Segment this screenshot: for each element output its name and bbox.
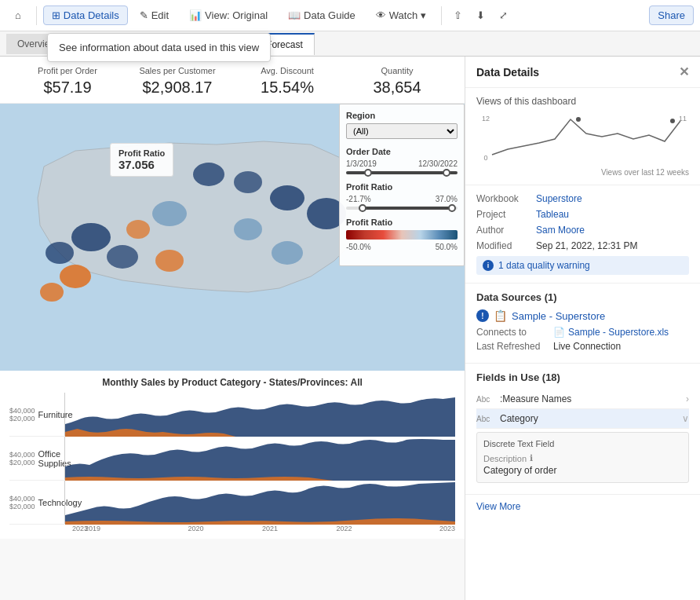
order-date-filter: Order Date 1/3/2019 12/30/2022 — [346, 147, 458, 174]
svg-point-12 — [152, 201, 187, 226]
main-layout: Profit per Order $57.19 Sales per Custom… — [0, 57, 700, 600]
color-legend-bar — [346, 230, 458, 240]
source-last-refreshed: Last Refreshed Live Connection — [476, 341, 689, 352]
meta-section: Workbook Superstore Project Tableau Auth… — [465, 185, 700, 284]
field-chevron-right: › — [686, 393, 689, 404]
right-panel-header: Data Details ✕ — [465, 57, 700, 88]
chart-rows: $40,000 $20,000 Furniture — [9, 393, 455, 525]
kpi-row: Profit per Order $57.19 Sales per Custom… — [0, 57, 465, 104]
kpi-avg-discount: Avg. Discount 15.54% — [232, 66, 342, 97]
toolbar: ⌂ ⊞ Data Details ✎ Edit 📊 View: Original… — [0, 0, 700, 31]
svg-point-4 — [270, 185, 304, 210]
source-warning-icon: ! — [476, 309, 489, 322]
send-button[interactable]: ⇧ — [448, 5, 468, 25]
region-select[interactable]: (All) — [346, 123, 458, 139]
fields-section: Fields in Use (18) Abc :Measure Names › … — [465, 364, 700, 495]
svg-point-10 — [155, 250, 184, 272]
fullscreen-button[interactable]: ⤢ — [494, 5, 513, 25]
svg-point-5 — [234, 171, 262, 193]
data-quality-warning[interactable]: i 1 data quality warning — [476, 256, 689, 275]
svg-point-8 — [60, 265, 91, 288]
field-row-category[interactable]: Abc Category ∨ — [476, 409, 689, 429]
connects-to-link[interactable]: 📄 Sample - Superstore.xls — [553, 327, 669, 338]
eye-icon: 👁 — [376, 9, 386, 21]
svg-point-9 — [40, 283, 64, 302]
toolbar-divider-2 — [441, 6, 442, 25]
profit-slider-left-handle[interactable] — [359, 204, 366, 212]
watch-dropdown-icon: ▾ — [421, 9, 426, 21]
profit-ratio-color-filter: Profit Ratio -50.0% 50.0% — [346, 218, 458, 251]
svg-text:0: 0 — [483, 154, 487, 162]
chart-row-furniture: $40,000 $20,000 Furniture — [9, 393, 455, 437]
edit-icon: ✎ — [140, 9, 148, 21]
desc-info-icon: ℹ — [530, 453, 533, 463]
meta-workbook: Workbook Superstore — [476, 193, 689, 204]
workbook-link[interactable]: Superstore — [536, 193, 582, 204]
file-icon: 📄 — [553, 327, 565, 338]
close-button[interactable]: ✕ — [679, 64, 689, 79]
book-icon: 📖 — [288, 9, 301, 21]
profit-ratio-filter: Profit Ratio -21.7% 37.0% — [346, 182, 458, 210]
meta-project: Project Tableau — [476, 209, 689, 220]
source-item: ! 📋 Sample - Superstore — [476, 309, 689, 322]
data-guide-button[interactable]: 📖 Data Guide — [279, 5, 364, 25]
filter-panel: Region (All) Order Date 1/3/2019 12/30/2… — [339, 104, 465, 266]
home-icon: ⌂ — [15, 9, 21, 21]
kpi-sales-per-customer: Sales per Customer $2,908.17 — [122, 66, 232, 97]
view-original-button[interactable]: 📊 View: Original — [180, 5, 276, 25]
field-row-measure-names[interactable]: Abc :Measure Names › — [476, 390, 689, 409]
view-more-link[interactable]: View More — [465, 495, 700, 518]
svg-point-14 — [272, 241, 303, 265]
svg-point-1 — [71, 223, 111, 251]
svg-point-11 — [126, 220, 150, 239]
svg-text:12: 12 — [482, 115, 490, 123]
chart-row-technology: $40,000 $20,000 Technology — [9, 481, 455, 525]
tooltip-popup: See information about data used in this … — [47, 33, 271, 62]
svg-point-6 — [193, 163, 224, 186]
svg-point-18 — [576, 117, 581, 122]
left-panel: Profit per Order $57.19 Sales per Custom… — [0, 57, 465, 600]
chart-year-labels: 2023 2019 2020 2021 2022 2023 — [9, 525, 455, 532]
map-area[interactable]: Profit Ratio 37.056 Region (All) Order D… — [0, 104, 465, 371]
svg-point-2 — [107, 245, 138, 269]
data-details-icon: ⊞ — [52, 9, 60, 21]
date-slider-left-handle[interactable] — [364, 169, 372, 177]
home-button[interactable]: ⌂ — [6, 5, 30, 25]
share-button[interactable]: Share — [649, 5, 694, 25]
chart-icon: 📊 — [189, 9, 202, 21]
data-sources-section: Data Sources (1) ! 📋 Sample - Superstore… — [465, 284, 700, 364]
order-date-slider[interactable] — [346, 171, 458, 174]
chart-area: Monthly Sales by Product Category - Stat… — [0, 371, 465, 539]
meta-author: Author Sam Moore — [476, 225, 689, 236]
profit-ratio-slider[interactable] — [346, 207, 458, 210]
kpi-quantity: Quantity 38,654 — [342, 66, 452, 97]
download-button[interactable]: ⬇ — [471, 5, 490, 25]
source-name-link[interactable]: Sample - Superstore — [512, 310, 605, 322]
source-connects-to: Connects to 📄 Sample - Superstore.xls — [476, 327, 689, 338]
svg-point-3 — [46, 242, 74, 264]
project-link[interactable]: Tableau — [536, 209, 569, 220]
source-file-icon: 📋 — [494, 309, 507, 322]
views-section: Views of this dashboard 12 0 11 Views ov… — [465, 88, 700, 185]
region-filter: Region (All) — [346, 111, 458, 139]
meta-modified: Modified Sep 21, 2022, 12:31 PM — [476, 240, 689, 251]
svg-point-13 — [234, 218, 262, 240]
toolbar-divider-1 — [36, 6, 37, 25]
profit-slider-right-handle[interactable] — [448, 204, 456, 212]
edit-button[interactable]: ✎ Edit — [131, 5, 177, 25]
right-panel: Data Details ✕ Views of this dashboard 1… — [465, 57, 700, 600]
data-details-button[interactable]: ⊞ Data Details — [43, 5, 128, 25]
info-icon: i — [483, 260, 494, 271]
field-chevron-down: ∨ — [682, 413, 689, 424]
watch-button[interactable]: 👁 Watch ▾ — [367, 5, 435, 25]
date-slider-right-handle[interactable] — [443, 169, 450, 177]
author-link[interactable]: Sam Moore — [536, 225, 585, 236]
svg-point-19 — [670, 119, 675, 123]
views-line-chart: 12 0 11 — [476, 112, 689, 166]
field-expanded-content: Discrete Text Field Description ℹ Catego… — [476, 432, 689, 483]
chart-row-office-supplies: $40,000 $20,000 Office Supplies — [9, 437, 455, 481]
kpi-profit-per-order: Profit per Order $57.19 — [13, 66, 122, 97]
